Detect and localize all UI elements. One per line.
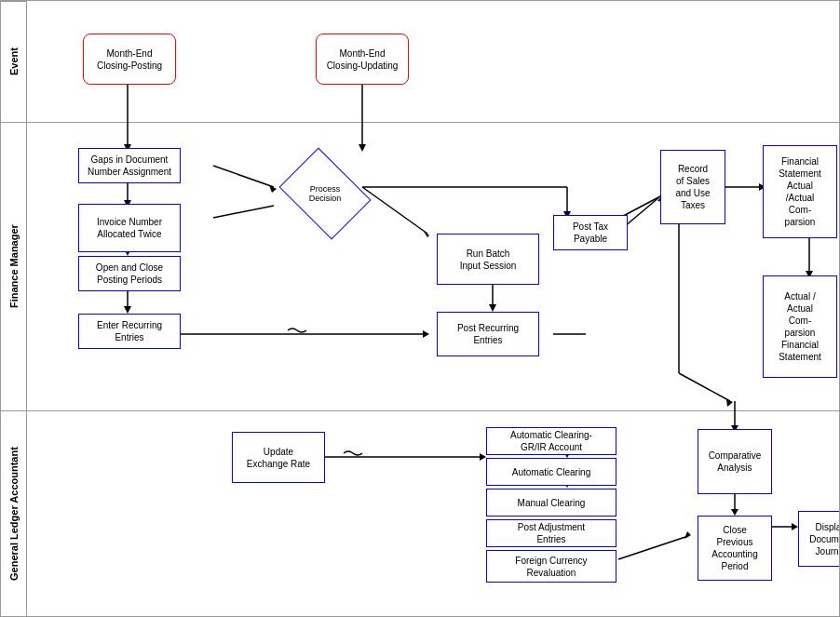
lane-event-label: Event bbox=[1, 1, 26, 122]
svg-line-49 bbox=[679, 373, 730, 401]
svg-marker-16 bbox=[489, 304, 496, 312]
invoice-number-box: Invoice Number Allocated Twice bbox=[78, 204, 181, 252]
svg-marker-42 bbox=[731, 509, 738, 516]
enter-recurring-box: Enter Recurring Entries bbox=[78, 314, 181, 349]
gaps-in-document-box: Gaps in Document Number Assignment bbox=[78, 148, 181, 183]
divider-1 bbox=[27, 122, 839, 123]
svg-marker-50 bbox=[726, 399, 733, 407]
svg-marker-11 bbox=[269, 185, 277, 193]
svg-marker-44 bbox=[792, 523, 798, 530]
comparative-analysis-box: Comparative Analysis bbox=[698, 429, 772, 494]
run-batch-box: Run Batch Input Session bbox=[437, 234, 539, 285]
close-previous-box: Close Previous Accounting Period bbox=[698, 516, 772, 581]
update-exchange-box: Update Exchange Rate bbox=[232, 432, 325, 483]
open-close-posting-box: Open and Close Posting Periods bbox=[78, 256, 181, 291]
display-document-box: Display Document Journal bbox=[798, 511, 839, 567]
post-adjustment-box: Post Adjustment Entries bbox=[486, 519, 616, 547]
foreign-currency-box: Foreign Currency Revaluation bbox=[486, 550, 616, 583]
divider-2 bbox=[27, 410, 839, 411]
svg-line-39 bbox=[618, 536, 688, 559]
diagram-container: Event Finance Manager General Ledger Acc… bbox=[0, 0, 840, 617]
svg-marker-30 bbox=[480, 453, 486, 461]
svg-line-12 bbox=[213, 206, 274, 218]
svg-marker-40 bbox=[684, 531, 691, 539]
record-sales-box: Record of Sales and Use Taxes bbox=[660, 150, 725, 224]
automatic-clearing-box: Automatic Clearing bbox=[486, 458, 616, 486]
swim-lanes: Event Finance Manager General Ledger Acc… bbox=[1, 1, 27, 616]
post-tax-box: Post Tax Payable bbox=[553, 215, 628, 250]
financial-statement-actual-box: Financial Statement Actual /Actual Com- … bbox=[763, 145, 837, 238]
automatic-clearing-gr-box: Automatic Clearing- GR/IR Account bbox=[486, 427, 616, 455]
lane-ledger-label: General Ledger Accountant bbox=[1, 410, 26, 616]
manual-clearing-box: Manual Clearing bbox=[486, 489, 616, 516]
main-content: Month-End Closing-Posting Month-End Clos… bbox=[27, 1, 839, 616]
month-end-closing-updating-box: Month-End Closing-Updating bbox=[316, 34, 409, 85]
post-recurring-box: Post Recurring Entries bbox=[437, 312, 539, 356]
svg-marker-14 bbox=[423, 230, 429, 237]
svg-marker-18 bbox=[423, 330, 429, 338]
svg-marker-9 bbox=[124, 306, 131, 314]
lane-finance-label: Finance Manager bbox=[1, 122, 26, 410]
process-decision-diamond: Process Decision bbox=[288, 166, 362, 221]
actual-comparison-box: Actual / Actual Com- parsion Financial S… bbox=[763, 275, 837, 378]
svg-line-13 bbox=[362, 187, 427, 234]
month-end-closing-posting-box: Month-End Closing-Posting bbox=[83, 34, 176, 85]
svg-line-10 bbox=[213, 166, 274, 187]
svg-marker-3 bbox=[359, 144, 366, 152]
